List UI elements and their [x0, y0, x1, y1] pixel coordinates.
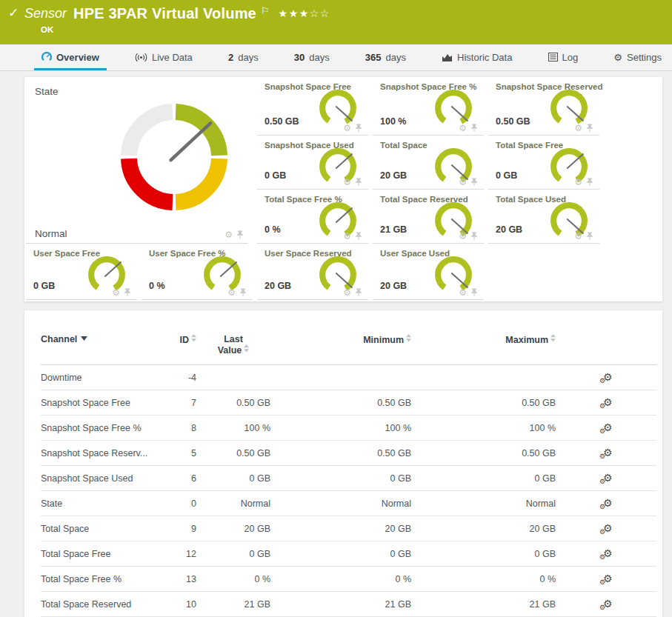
gear-icon[interactable]: ⚙	[459, 232, 467, 241]
cell-last: 0 GB	[196, 466, 270, 491]
pin-icon[interactable]	[239, 288, 247, 297]
gear-icon[interactable]: ⚙	[224, 230, 233, 239]
gauge-value: 21 GB	[380, 224, 407, 235]
main-content: State Normal ⚙	[0, 77, 672, 617]
gear-icon[interactable]: ⚙	[459, 288, 467, 297]
table-row: Downtime-4⚙⚙	[41, 365, 656, 390]
column-header-id[interactable]: ID	[159, 330, 196, 365]
star-icon[interactable]: ☆	[320, 7, 330, 19]
gauge-total-space-used: Total Space Used 20 GB ⚙	[488, 190, 599, 244]
gauge-user-space-used: User Space Used 20 GB ⚙	[373, 244, 484, 300]
gauge-snapshot-space-used: Snapshot Space Used 0 GB ⚙	[257, 136, 368, 190]
cell-channel: Snapshot Space Reserv...	[41, 441, 159, 466]
cell-last: 0.50 GB	[196, 441, 270, 466]
edit-channel-icon[interactable]: ⚙⚙	[603, 548, 613, 559]
star-icon[interactable]: ☆	[310, 7, 320, 19]
pin-icon[interactable]	[355, 232, 362, 241]
gear-icon[interactable]: ⚙	[574, 178, 582, 187]
cell-max: Normal	[411, 491, 556, 516]
star-icon[interactable]: ★	[289, 7, 299, 19]
cell-last: Normal	[196, 491, 270, 516]
gear-icon[interactable]: ⚙	[112, 288, 120, 297]
cell-id: 6	[159, 466, 196, 491]
pin-icon[interactable]	[355, 288, 362, 297]
gauge-value: 20 GB	[265, 281, 291, 291]
tab-30-days[interactable]: 30 days	[287, 46, 337, 70]
cell-actions: ⚙⚙	[556, 541, 656, 567]
gauge-total-space-free-pct: Total Space Free % 0 % ⚙	[257, 190, 368, 244]
tab-historic-data[interactable]: Historic Data	[434, 46, 519, 70]
column-header-maximum[interactable]: Maximum	[411, 330, 556, 365]
column-header-last-value[interactable]: LastValue	[196, 330, 270, 365]
pin-icon[interactable]	[470, 178, 478, 187]
edit-channel-icon[interactable]: ⚙⚙	[603, 397, 613, 408]
pin-icon[interactable]	[470, 288, 478, 297]
prtg-sensor-page: ✓ Sensor HPE 3PAR Virtual Volume ⚐ ★★★☆☆…	[0, 0, 672, 617]
column-header-minimum[interactable]: Minimum	[270, 330, 411, 365]
channel-table: ChannelIDLastValueMinimumMaximum Downtim…	[41, 330, 656, 617]
cell-channel: Total Space	[41, 516, 159, 541]
gear-icon[interactable]: ⚙	[343, 178, 351, 187]
gauge-needle	[171, 123, 210, 160]
tab-live-data[interactable]: Live Data	[127, 46, 200, 70]
cell-max: 0.50 GB	[411, 390, 556, 416]
state-gauge-value: Normal	[35, 228, 67, 239]
pin-icon[interactable]	[355, 178, 362, 187]
pin-icon[interactable]	[586, 232, 593, 241]
pin-icon[interactable]	[470, 232, 478, 241]
edit-channel-icon[interactable]: ⚙⚙	[603, 523, 613, 534]
gear-icon[interactable]: ⚙	[574, 124, 582, 133]
cell-actions: ⚙⚙	[556, 390, 656, 416]
cell-max	[411, 365, 556, 390]
cell-id: 5	[159, 441, 196, 466]
edit-channel-icon[interactable]: ⚙⚙	[603, 447, 613, 458]
gauge-snapshot-space-free: Snapshot Space Free 0.50 GB ⚙	[257, 77, 368, 136]
historic-data-icon	[442, 53, 453, 62]
pin-icon[interactable]	[586, 178, 593, 187]
gauge-value: 0.50 GB	[496, 116, 530, 127]
flag-icon[interactable]: ⚐	[261, 1, 270, 21]
gauge-value: 0 %	[265, 224, 281, 235]
edit-channel-icon[interactable]: ⚙⚙	[603, 498, 613, 509]
gauge-value: 0.50 GB	[265, 116, 299, 127]
cell-actions: ⚙⚙	[556, 466, 656, 491]
column-header-channel[interactable]: Channel	[41, 330, 159, 365]
gear-icon[interactable]: ⚙	[343, 288, 351, 297]
cell-actions: ⚙⚙	[556, 516, 656, 541]
gear-icon[interactable]: ⚙	[227, 288, 236, 297]
cell-channel: Snapshot Space Free	[41, 390, 159, 416]
gear-icon[interactable]: ⚙	[343, 232, 351, 241]
gauge-user-space-free-pct: User Space Free % 0 % ⚙	[142, 244, 253, 300]
star-icon[interactable]: ★	[299, 7, 310, 19]
gear-icon[interactable]: ⚙	[459, 124, 467, 133]
tab-2-days[interactable]: 2 days	[221, 46, 266, 70]
table-row: Total Space920 GB20 GB20 GB⚙⚙	[41, 516, 656, 541]
edit-channel-icon[interactable]: ⚙⚙	[603, 372, 613, 383]
pin-icon[interactable]	[236, 230, 244, 239]
tab-overview[interactable]: Overview	[34, 46, 107, 70]
edit-channel-icon[interactable]: ⚙⚙	[603, 573, 613, 584]
tab-settings[interactable]: ⚙ Settings	[606, 46, 669, 70]
pin-icon[interactable]	[124, 288, 131, 297]
table-body: Downtime-4⚙⚙Snapshot Space Free70.50 GB0…	[41, 365, 656, 617]
pin-icon[interactable]	[355, 124, 362, 133]
log-icon	[548, 53, 558, 61]
gauge-value: 20 GB	[496, 224, 522, 235]
gear-icon[interactable]: ⚙	[574, 232, 582, 241]
edit-channel-icon[interactable]: ⚙⚙	[603, 422, 613, 433]
channel-table-panel: ChannelIDLastValueMinimumMaximum Downtim…	[24, 310, 662, 617]
tab-365-days[interactable]: 365 days	[358, 46, 413, 70]
cell-max: 0 GB	[411, 466, 556, 491]
star-rating[interactable]: ★★★☆☆	[279, 4, 330, 23]
gear-icon[interactable]: ⚙	[459, 178, 467, 187]
edit-channel-icon[interactable]: ⚙⚙	[603, 473, 613, 484]
gear-icon[interactable]: ⚙	[343, 124, 351, 133]
pin-icon[interactable]	[586, 124, 593, 133]
cell-min: 20 GB	[270, 516, 411, 541]
cell-min: 0 GB	[270, 541, 411, 567]
pin-icon[interactable]	[470, 124, 478, 133]
tab-log[interactable]: Log	[541, 46, 586, 70]
edit-channel-icon[interactable]: ⚙⚙	[603, 598, 613, 610]
table-row: Snapshot Space Used60 GB0 GB0 GB⚙⚙	[41, 466, 656, 491]
star-icon[interactable]: ★	[279, 7, 289, 19]
